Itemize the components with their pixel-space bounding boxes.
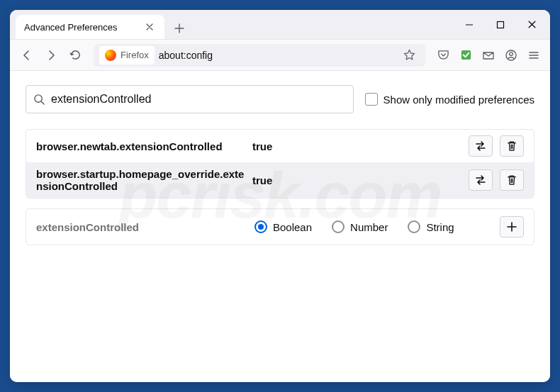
maximize-button[interactable] [485,10,516,40]
radio-label: Number [350,221,388,233]
url-text: about:config [159,50,394,61]
radio-label: Boolean [273,221,312,233]
pref-value: true [252,140,461,152]
type-radio-group: Boolean Number String [220,220,493,233]
minimize-button[interactable] [454,10,485,40]
add-button[interactable] [500,216,524,237]
show-modified-checkbox[interactable]: Show only modified preferences [365,93,534,106]
mail-icon[interactable] [478,45,499,66]
prefs-table: browser.newtab.extensionControlled true … [26,129,534,198]
toggle-button[interactable] [469,135,493,157]
pref-value: true [252,174,461,186]
search-row: Show only modified preferences [26,85,534,113]
radio-string[interactable]: String [408,220,454,233]
window-controls [454,10,550,40]
add-pref-row: extensionControlled Boolean Number Strin… [26,208,534,245]
pocket-icon[interactable] [432,45,454,66]
radio-icon [408,220,420,233]
app-menu-button[interactable] [523,45,544,66]
back-button[interactable] [16,44,38,67]
svg-point-4 [35,94,42,101]
radio-boolean[interactable]: Boolean [254,220,312,233]
tab-close-button[interactable] [143,21,156,33]
close-window-button[interactable] [516,10,547,40]
search-icon [33,94,45,106]
bookmark-star-icon[interactable] [398,45,420,66]
svg-point-3 [510,52,513,55]
forward-button[interactable] [40,44,62,67]
account-icon[interactable] [500,45,522,66]
new-tab-button[interactable] [169,18,190,39]
url-bar[interactable]: Firefox about:config [94,44,425,67]
navigation-toolbar: Firefox about:config [10,40,550,71]
radio-icon [254,220,267,233]
svg-rect-0 [498,21,504,28]
pref-row[interactable]: browser.newtab.extensionControlled true [26,130,534,162]
titlebar: Advanced Preferences [10,10,550,40]
search-box[interactable] [26,85,354,113]
identity-label: Firefox [121,50,149,60]
checkbox-label: Show only modified preferences [383,94,534,106]
radio-number[interactable]: Number [332,220,388,233]
identity-box[interactable]: Firefox [99,46,155,65]
tab-title: Advanced Preferences [24,22,143,33]
pref-name: browser.startup.homepage_override.extens… [36,168,245,192]
search-input[interactable] [51,93,346,106]
pref-name: browser.newtab.extensionControlled [36,140,245,152]
firefox-logo-icon [105,50,116,61]
extension-icon[interactable] [455,45,476,66]
radio-label: String [426,221,454,233]
pref-row[interactable]: browser.startup.homepage_override.extens… [26,162,534,198]
checkbox-icon [365,93,378,106]
tabstrip: Advanced Preferences [10,10,454,39]
delete-button[interactable] [500,135,524,157]
new-pref-name: extensionControlled [36,221,213,233]
delete-button[interactable] [500,169,524,191]
about-config-content: Show only modified preferences browser.n… [10,71,550,382]
radio-icon [332,220,345,233]
reload-button[interactable] [64,44,86,67]
browser-window: Advanced Preferences [10,10,550,382]
toggle-button[interactable] [469,169,493,191]
tab-active[interactable]: Advanced Preferences [16,15,164,39]
